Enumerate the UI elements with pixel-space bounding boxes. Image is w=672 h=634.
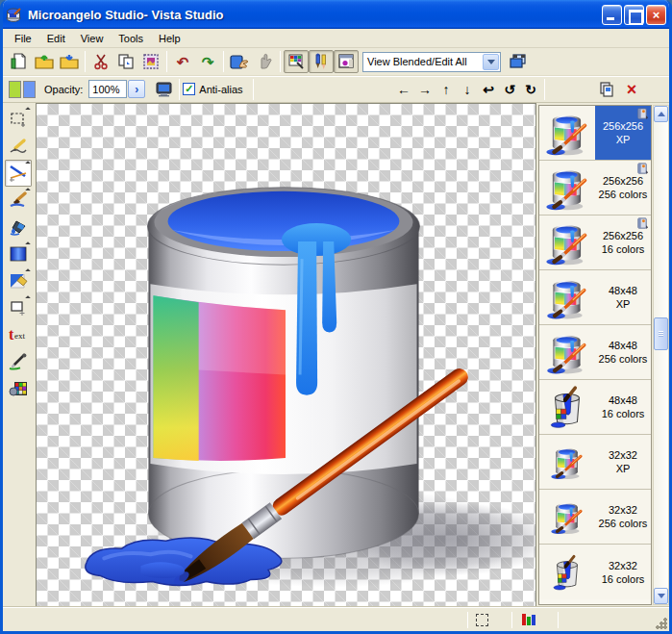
- format-size: 32x32: [609, 559, 637, 572]
- titlebar[interactable]: Microangelo Studio- Vista Studio ×: [0, 0, 672, 29]
- format-item-48-xp[interactable]: 48x48 XP: [539, 270, 651, 325]
- test-icon-button[interactable]: [227, 50, 252, 73]
- eyedropper-icon: [9, 353, 28, 370]
- export-badge-icon: [636, 217, 649, 230]
- format-item-label: 48x48 XP: [595, 270, 651, 324]
- format-item-256-16c[interactable]: 256x256 16 colors: [539, 216, 651, 270]
- tool-freehand-pen[interactable]: [5, 133, 32, 160]
- tool-line[interactable]: [5, 160, 32, 187]
- menu-help[interactable]: Help: [151, 31, 188, 46]
- maximize-button[interactable]: [624, 5, 644, 25]
- opacity-label: Opacity:: [44, 84, 83, 95]
- tool-text[interactable]: t ext: [5, 321, 32, 348]
- menu-edit[interactable]: Edit: [39, 31, 73, 46]
- pen-icon: [9, 138, 28, 155]
- canvas-area[interactable]: [36, 103, 536, 607]
- menu-tools[interactable]: Tools: [111, 31, 151, 46]
- resize-grip[interactable]: [655, 617, 668, 630]
- rotate-cw-button[interactable]: ↻: [520, 79, 541, 100]
- chevron-down-icon[interactable]: [483, 54, 499, 70]
- antialias-checkbox[interactable]: ✓: [183, 83, 195, 95]
- paste-button[interactable]: [138, 50, 163, 73]
- format-depth: 16 colors: [602, 242, 645, 256]
- format-item-label: 48x48 256 colors: [595, 325, 651, 379]
- opacity-apply-button[interactable]: ›: [128, 80, 145, 98]
- minimize-button[interactable]: [602, 5, 622, 25]
- duplicate-image-button[interactable]: [594, 78, 619, 101]
- paint-bucket-artwork: [37, 104, 535, 606]
- tool-fill-bucket[interactable]: [5, 214, 32, 241]
- fill-bucket-icon: [9, 218, 28, 237]
- scroll-down-button[interactable]: [654, 588, 668, 604]
- format-item-label: 32x32 XP: [595, 435, 651, 489]
- open-button[interactable]: [32, 50, 57, 73]
- paste-stamp-icon: [142, 53, 160, 70]
- secondary-color-swatch[interactable]: [23, 81, 36, 98]
- color-bars-icon: [522, 613, 536, 626]
- cut-button[interactable]: [88, 50, 113, 73]
- tool-select-marquee[interactable]: [5, 106, 32, 133]
- copy-button[interactable]: [113, 50, 138, 73]
- shift-right-button[interactable]: →: [414, 79, 436, 100]
- formats-scrollbar[interactable]: [653, 105, 669, 605]
- export-badge-icon: [636, 163, 649, 175]
- menubar: File Edit View Tools Help: [3, 29, 669, 48]
- paint-bucket-thumbnail: [539, 435, 595, 489]
- format-item-32-16c[interactable]: 32x32 16 colors: [539, 545, 651, 599]
- menu-file[interactable]: File: [7, 31, 39, 46]
- scroll-up-button[interactable]: [654, 106, 668, 122]
- shift-left-button[interactable]: ←: [393, 79, 414, 100]
- toggle-colors-window-button[interactable]: [284, 50, 309, 73]
- save-as-button[interactable]: [57, 50, 82, 73]
- tool-shape-rectangle[interactable]: [5, 294, 32, 321]
- format-item-48-16c[interactable]: 48x48 16 colors: [539, 380, 651, 435]
- frames-button[interactable]: [505, 50, 530, 73]
- opacity-input[interactable]: [88, 80, 127, 98]
- tool-eyedropper[interactable]: [5, 348, 32, 375]
- format-size: 32x32: [609, 448, 637, 462]
- undo-button[interactable]: ↶: [170, 50, 195, 73]
- tool-gradient[interactable]: [5, 241, 32, 267]
- format-item-256-xp[interactable]: 256x256 XP: [539, 106, 651, 161]
- format-item-48-256c[interactable]: 48x48 256 colors: [539, 325, 651, 380]
- app-icon: [6, 7, 23, 22]
- rotate-ccw-button[interactable]: ↺: [499, 79, 520, 100]
- tool-palette-editor[interactable]: [5, 375, 32, 402]
- copy-icon: [117, 53, 135, 70]
- toggle-tools-window-button[interactable]: [309, 50, 334, 73]
- toolbar-separator: [85, 51, 86, 72]
- folder-down-icon: [60, 53, 79, 70]
- view-mode-dropdown[interactable]: View Blended/Edit All: [362, 52, 501, 72]
- hand-tablet-icon: [230, 53, 249, 70]
- tool-paintbrush[interactable]: [5, 187, 32, 214]
- marquee-icon: [10, 111, 27, 128]
- monitor-icon: [156, 82, 172, 97]
- format-depth: 256 colors: [599, 188, 648, 201]
- view-mode-value: View Blended/Edit All: [363, 56, 482, 67]
- format-item-32-xp[interactable]: 32x32 XP: [539, 435, 651, 490]
- pointer-test-button[interactable]: [252, 50, 277, 73]
- screen-preview-button[interactable]: [151, 78, 176, 101]
- scrollbar-track[interactable]: [654, 122, 668, 588]
- formats-list: 256x256 XP 256x256 256 colors: [538, 105, 652, 605]
- close-button[interactable]: ×: [646, 5, 666, 25]
- new-document-button[interactable]: [7, 50, 32, 73]
- delete-x-icon: ×: [627, 81, 637, 98]
- arrow-right-icon: →: [418, 82, 432, 97]
- toggle-formats-window-button[interactable]: [334, 50, 359, 73]
- scrollbar-thumb[interactable]: [654, 317, 668, 350]
- window-title: Microangelo Studio- Vista Studio: [28, 8, 600, 22]
- redo-button[interactable]: ↷: [195, 50, 220, 73]
- format-item-32-256c[interactable]: 32x32 256 colors: [539, 490, 651, 545]
- scroll-up-arrow-icon: [658, 108, 665, 116]
- format-item-256-256c[interactable]: 256x256 256 colors: [539, 161, 651, 216]
- primary-color-swatch[interactable]: [9, 81, 21, 98]
- delete-image-button[interactable]: ×: [619, 78, 644, 101]
- flip-horizontal-button[interactable]: ↩: [478, 79, 499, 100]
- format-depth: 256 colors: [599, 352, 648, 366]
- shift-up-button[interactable]: ↑: [436, 79, 457, 100]
- menu-view[interactable]: View: [73, 31, 112, 46]
- shift-down-button[interactable]: ↓: [457, 79, 478, 100]
- format-depth: XP: [616, 462, 631, 475]
- tool-eraser[interactable]: [5, 267, 32, 294]
